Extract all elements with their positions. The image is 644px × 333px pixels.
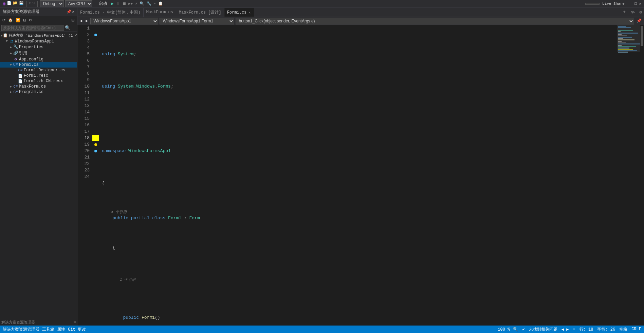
tab-new-btn[interactable]: +	[620, 10, 628, 15]
status-encoding: CRLF	[631, 327, 641, 332]
ln-8: 8	[77, 70, 90, 77]
se-close-icon[interactable]: ✕	[72, 10, 74, 14]
ln-4: 4	[77, 44, 90, 51]
tree-item-properties[interactable]: ▶ 🔧 Properties	[0, 44, 77, 50]
references-label: 引用	[19, 50, 27, 56]
minimap-line-13	[618, 42, 626, 43]
tab-close-btn[interactable]: ✕	[248, 11, 251, 15]
ln-7: 7	[77, 64, 90, 70]
new-icon[interactable]: 📄	[7, 1, 12, 7]
nav-back-btn[interactable]: ◀	[79, 18, 83, 23]
programcs-icon: C#	[13, 90, 18, 94]
minimap[interactable]	[617, 25, 644, 326]
tree-item-appconfig[interactable]: ⚙ App.config	[0, 56, 77, 62]
tree-item-form1designer[interactable]: C# Form1.Designer.cs	[0, 68, 77, 73]
code-line-5: {	[102, 180, 614, 186]
se-new-file-btn[interactable]: ⊞	[70, 17, 76, 23]
open-icon[interactable]: 📂	[13, 1, 18, 7]
appconfig-icon: ⚙	[13, 57, 18, 62]
tree-item-maskformcs[interactable]: ▶ C# MaskForm.cs	[0, 84, 77, 89]
code-line-8: 1 个引用	[102, 277, 614, 289]
status-zoom[interactable]: 100 % 🔍	[498, 327, 518, 332]
se-search-icon[interactable]: 🔍	[65, 25, 70, 31]
se-pin-icon[interactable]: 📌	[67, 10, 71, 14]
se-refresh-btn[interactable]: ↺	[28, 17, 33, 23]
editor-area: Form1.cs · 中文(简体，中国) MaskForm.cs MaskFor…	[77, 7, 644, 326]
se-sync-btn[interactable]: ⟳	[1, 17, 6, 23]
namespace-dropdown[interactable]: WindowsFormsApp1	[90, 18, 158, 24]
status-git[interactable]: Git 更改	[68, 327, 86, 332]
class-dropdown[interactable]: WindowsFormsApp1.Form1	[160, 18, 234, 24]
nav-forward-btn[interactable]: ▶	[85, 18, 89, 23]
zoom-icon[interactable]: 🔍	[513, 327, 518, 332]
ln-21: 21	[77, 154, 90, 161]
status-nav-arrows: ◀ ▶	[562, 327, 569, 332]
maskformcs-icon: C#	[13, 85, 18, 89]
se-collapse-btn[interactable]: ⊟	[22, 17, 27, 23]
kw-using-1: using	[102, 51, 115, 57]
tree-item-form1cs[interactable]: ▼ C# Form1.cs	[0, 62, 77, 68]
start-dropdown[interactable]: 启动	[97, 1, 108, 6]
gutter-18	[92, 135, 99, 141]
search-bar[interactable]	[585, 3, 600, 5]
minimap-line-5	[618, 31, 621, 32]
config-dropdown[interactable]: Debug	[40, 0, 64, 7]
status-toolbox[interactable]: 工具箱	[42, 327, 54, 332]
gutter-7	[92, 64, 99, 70]
tab-settings-btn[interactable]: ⚙	[637, 10, 644, 15]
method-dropdown[interactable]: button1_Click(object sender, EventArgs e…	[236, 18, 634, 24]
ln-20: 20	[77, 148, 90, 154]
tree-item-references[interactable]: ▶ 🔗 引用	[0, 50, 77, 56]
tab-overflow-btn[interactable]: ≫	[628, 10, 637, 15]
minimap-line-16	[618, 46, 636, 47]
code-editor[interactable]: 1 2 3 4 5 6 7 8 9 10 11 12 13 14 15 16 1…	[77, 25, 644, 326]
se-home-btn[interactable]: 🏠	[7, 17, 14, 23]
se-tree: ▶ 📋 解决方案 'WindowsFormsApp1' (1 个项目) ▼ 🗂 …	[0, 32, 77, 319]
tab-form1cs[interactable]: Form1.cs ✕	[224, 8, 255, 17]
play-btn[interactable]: ▶	[110, 1, 115, 6]
tab-maskformcs[interactable]: MaskForm.cs	[144, 8, 176, 17]
minimap-line-11	[618, 39, 634, 40]
gutter-19	[92, 141, 99, 148]
live-share-icon[interactable]: Live Share	[602, 2, 625, 6]
tab-label: MaskForm.cs [设计]	[179, 10, 221, 15]
gutter-3	[92, 38, 99, 44]
tab-label: Form1.cs	[227, 10, 247, 15]
platform-dropdown[interactable]: Any CPU	[65, 0, 92, 7]
ln-18: 18	[77, 135, 90, 141]
tree-item-project[interactable]: ▼ 🗂 WindowsFormsApp1	[0, 38, 77, 44]
project-icon: 🗂	[9, 39, 14, 44]
undo-icon[interactable]: ↩	[29, 1, 31, 7]
tree-item-form1zhcn[interactable]: 📄 Form1.zh-CN.resx	[0, 78, 77, 84]
properties-label: Properties	[19, 45, 43, 50]
minimap-scrollbar[interactable]	[640, 25, 644, 326]
ref-hint-1a: 1 个引用	[102, 277, 135, 283]
minimap-line-9	[618, 37, 632, 38]
vs-logo-icon[interactable]: ◉	[3, 1, 5, 6]
code-content[interactable]: using System; using System.Windows.Forms…	[99, 25, 617, 326]
se-bottom-icons: ⚙	[73, 320, 76, 324]
nav-pin-btn[interactable]: 📌	[636, 18, 643, 23]
form1zhcn-icon: 📄	[18, 79, 23, 84]
maskformcs-label: MaskForm.cs	[19, 84, 46, 89]
save-icon[interactable]: 💾	[19, 1, 24, 7]
ln-24: 24	[77, 173, 90, 180]
ln-17: 17	[77, 128, 90, 135]
tab-form1cs-chinese[interactable]: Form1.cs · 中文(简体，中国)	[77, 8, 144, 17]
status-filter-icon[interactable]: ≡	[573, 327, 575, 332]
status-check-icon: ✔	[522, 327, 525, 332]
se-filter-btn[interactable]: 🔽	[15, 17, 21, 23]
tab-maskformcs-design[interactable]: MaskForm.cs [设计]	[176, 8, 224, 17]
redo-icon[interactable]: ↪	[33, 1, 35, 7]
tree-item-solution[interactable]: ▶ 📋 解决方案 'WindowsFormsApp1' (1 个项目)	[0, 33, 77, 38]
se-search-input[interactable]	[1, 25, 64, 31]
tree-item-programcs[interactable]: ▶ C# Program.cs	[0, 89, 77, 95]
status-properties[interactable]: 属性	[57, 327, 65, 332]
status-solution-explorer[interactable]: 解决方案资源管理器	[3, 327, 39, 332]
ln-2: 2	[77, 32, 90, 38]
minimap-line-19	[618, 50, 637, 51]
window-controls[interactable]: _ □ ✕	[630, 1, 641, 6]
tree-item-form1resx[interactable]: 📄 Form1.resx	[0, 73, 77, 78]
scroll-thumb[interactable]	[641, 26, 643, 46]
status-no-issues[interactable]: 未找到相关问题	[529, 327, 557, 332]
